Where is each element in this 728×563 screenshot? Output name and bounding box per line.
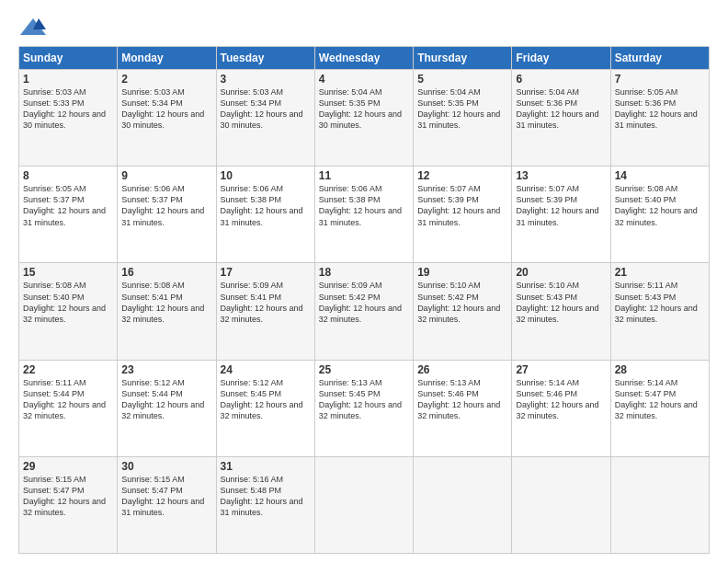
day-cell-27: 27Sunrise: 5:14 AMSunset: 5:46 PMDayligh…: [512, 360, 610, 456]
day-cell-1: 1Sunrise: 5:03 AMSunset: 5:33 PMDaylight…: [19, 70, 118, 167]
day-info: Sunrise: 5:07 AMSunset: 5:39 PMDaylight:…: [417, 183, 507, 228]
day-cell-22: 22Sunrise: 5:11 AMSunset: 5:44 PMDayligh…: [19, 360, 118, 456]
day-cell-2: 2Sunrise: 5:03 AMSunset: 5:34 PMDaylight…: [118, 70, 216, 167]
day-info: Sunrise: 5:10 AMSunset: 5:43 PMDaylight:…: [516, 280, 606, 325]
day-header-saturday: Saturday: [610, 47, 709, 70]
day-info: Sunrise: 5:16 AMSunset: 5:48 PMDaylight:…: [221, 474, 311, 519]
day-info: Sunrise: 5:09 AMSunset: 5:41 PMDaylight:…: [221, 280, 311, 325]
day-info: Sunrise: 5:07 AMSunset: 5:39 PMDaylight:…: [516, 183, 606, 228]
day-cell-11: 11Sunrise: 5:06 AMSunset: 5:38 PMDayligh…: [314, 167, 413, 263]
day-info: Sunrise: 5:11 AMSunset: 5:44 PMDaylight:…: [23, 377, 113, 422]
day-info: Sunrise: 5:06 AMSunset: 5:38 PMDaylight:…: [221, 183, 311, 228]
calendar-table: SundayMondayTuesdayWednesdayThursdayFrid…: [18, 46, 710, 554]
day-cell-25: 25Sunrise: 5:13 AMSunset: 5:45 PMDayligh…: [314, 360, 413, 456]
day-number: 26: [417, 363, 507, 376]
day-number: 23: [121, 363, 211, 376]
day-info: Sunrise: 5:05 AMSunset: 5:36 PMDaylight:…: [615, 86, 705, 132]
day-header-monday: Monday: [118, 47, 216, 70]
day-number: 19: [417, 266, 507, 279]
day-cell-16: 16Sunrise: 5:08 AMSunset: 5:41 PMDayligh…: [118, 263, 216, 360]
day-header-tuesday: Tuesday: [216, 47, 314, 70]
day-cell-3: 3Sunrise: 5:03 AMSunset: 5:34 PMDaylight…: [216, 70, 314, 167]
day-info: Sunrise: 5:06 AMSunset: 5:38 PMDaylight:…: [319, 183, 409, 228]
day-info: Sunrise: 5:08 AMSunset: 5:40 PMDaylight:…: [23, 280, 113, 325]
page: SundayMondayTuesdayWednesdayThursdayFrid…: [0, 0, 728, 563]
day-number: 20: [516, 266, 606, 279]
day-cell-10: 10Sunrise: 5:06 AMSunset: 5:38 PMDayligh…: [216, 167, 314, 263]
day-cell-21: 21Sunrise: 5:11 AMSunset: 5:43 PMDayligh…: [610, 263, 709, 360]
day-info: Sunrise: 5:03 AMSunset: 5:34 PMDaylight:…: [121, 86, 211, 132]
day-number: 4: [319, 73, 409, 86]
day-cell-19: 19Sunrise: 5:10 AMSunset: 5:42 PMDayligh…: [414, 263, 512, 360]
day-number: 14: [615, 169, 705, 182]
day-cell-4: 4Sunrise: 5:04 AMSunset: 5:35 PMDaylight…: [314, 70, 413, 167]
day-number: 3: [221, 73, 311, 86]
day-number: 31: [221, 460, 311, 473]
day-cell-7: 7Sunrise: 5:05 AMSunset: 5:36 PMDaylight…: [610, 70, 709, 167]
day-info: Sunrise: 5:14 AMSunset: 5:46 PMDaylight:…: [516, 377, 606, 422]
day-info: Sunrise: 5:04 AMSunset: 5:35 PMDaylight:…: [319, 86, 409, 132]
day-cell-17: 17Sunrise: 5:09 AMSunset: 5:41 PMDayligh…: [216, 263, 314, 360]
day-info: Sunrise: 5:13 AMSunset: 5:45 PMDaylight:…: [319, 377, 409, 422]
day-cell-26: 26Sunrise: 5:13 AMSunset: 5:46 PMDayligh…: [414, 360, 512, 456]
day-cell-31: 31Sunrise: 5:16 AMSunset: 5:48 PMDayligh…: [216, 456, 314, 553]
week-row-1: 1Sunrise: 5:03 AMSunset: 5:33 PMDaylight…: [19, 70, 710, 167]
empty-cell: [314, 456, 413, 553]
day-number: 28: [615, 363, 705, 376]
day-info: Sunrise: 5:12 AMSunset: 5:44 PMDaylight:…: [121, 377, 211, 422]
day-number: 2: [121, 73, 211, 86]
day-info: Sunrise: 5:06 AMSunset: 5:37 PMDaylight:…: [121, 183, 211, 228]
day-cell-20: 20Sunrise: 5:10 AMSunset: 5:43 PMDayligh…: [512, 263, 610, 360]
day-number: 16: [121, 266, 211, 279]
day-info: Sunrise: 5:04 AMSunset: 5:35 PMDaylight:…: [417, 86, 507, 132]
day-cell-15: 15Sunrise: 5:08 AMSunset: 5:40 PMDayligh…: [19, 263, 118, 360]
header: [18, 17, 710, 37]
day-number: 17: [221, 266, 311, 279]
day-number: 15: [23, 266, 113, 279]
day-number: 11: [319, 169, 409, 182]
day-cell-8: 8Sunrise: 5:05 AMSunset: 5:37 PMDaylight…: [19, 167, 118, 263]
day-number: 24: [221, 363, 311, 376]
day-number: 27: [516, 363, 606, 376]
day-info: Sunrise: 5:12 AMSunset: 5:45 PMDaylight:…: [221, 377, 311, 422]
day-cell-12: 12Sunrise: 5:07 AMSunset: 5:39 PMDayligh…: [414, 167, 512, 263]
day-number: 30: [121, 460, 211, 473]
day-info: Sunrise: 5:09 AMSunset: 5:42 PMDaylight:…: [319, 280, 409, 325]
day-info: Sunrise: 5:05 AMSunset: 5:37 PMDaylight:…: [23, 183, 113, 228]
day-number: 8: [23, 169, 113, 182]
day-info: Sunrise: 5:13 AMSunset: 5:46 PMDaylight:…: [417, 377, 507, 422]
day-number: 7: [615, 73, 705, 86]
day-info: Sunrise: 5:04 AMSunset: 5:36 PMDaylight:…: [516, 86, 606, 132]
day-number: 10: [221, 169, 311, 182]
logo: [18, 17, 46, 37]
week-row-3: 15Sunrise: 5:08 AMSunset: 5:40 PMDayligh…: [19, 263, 710, 360]
day-number: 13: [516, 169, 606, 182]
day-info: Sunrise: 5:03 AMSunset: 5:34 PMDaylight:…: [221, 86, 311, 132]
day-cell-30: 30Sunrise: 5:15 AMSunset: 5:47 PMDayligh…: [118, 456, 216, 553]
day-cell-29: 29Sunrise: 5:15 AMSunset: 5:47 PMDayligh…: [19, 456, 118, 553]
week-row-5: 29Sunrise: 5:15 AMSunset: 5:47 PMDayligh…: [19, 456, 710, 553]
day-info: Sunrise: 5:14 AMSunset: 5:47 PMDaylight:…: [615, 377, 705, 422]
day-info: Sunrise: 5:15 AMSunset: 5:47 PMDaylight:…: [23, 474, 113, 519]
day-header-wednesday: Wednesday: [314, 47, 413, 70]
day-cell-6: 6Sunrise: 5:04 AMSunset: 5:36 PMDaylight…: [512, 70, 610, 167]
day-number: 25: [319, 363, 409, 376]
day-header-friday: Friday: [512, 47, 610, 70]
day-number: 12: [417, 169, 507, 182]
day-number: 6: [516, 73, 606, 86]
day-number: 18: [319, 266, 409, 279]
day-number: 5: [417, 73, 507, 86]
day-info: Sunrise: 5:08 AMSunset: 5:40 PMDaylight:…: [615, 183, 705, 228]
week-row-2: 8Sunrise: 5:05 AMSunset: 5:37 PMDaylight…: [19, 167, 710, 263]
week-row-4: 22Sunrise: 5:11 AMSunset: 5:44 PMDayligh…: [19, 360, 710, 456]
day-info: Sunrise: 5:10 AMSunset: 5:42 PMDaylight:…: [417, 280, 507, 325]
day-number: 21: [615, 266, 705, 279]
day-info: Sunrise: 5:15 AMSunset: 5:47 PMDaylight:…: [121, 474, 211, 519]
header-row: SundayMondayTuesdayWednesdayThursdayFrid…: [19, 47, 710, 70]
day-info: Sunrise: 5:11 AMSunset: 5:43 PMDaylight:…: [615, 280, 705, 325]
day-header-sunday: Sunday: [19, 47, 118, 70]
empty-cell: [610, 456, 709, 553]
day-header-thursday: Thursday: [414, 47, 512, 70]
day-cell-9: 9Sunrise: 5:06 AMSunset: 5:37 PMDaylight…: [118, 167, 216, 263]
day-cell-23: 23Sunrise: 5:12 AMSunset: 5:44 PMDayligh…: [118, 360, 216, 456]
